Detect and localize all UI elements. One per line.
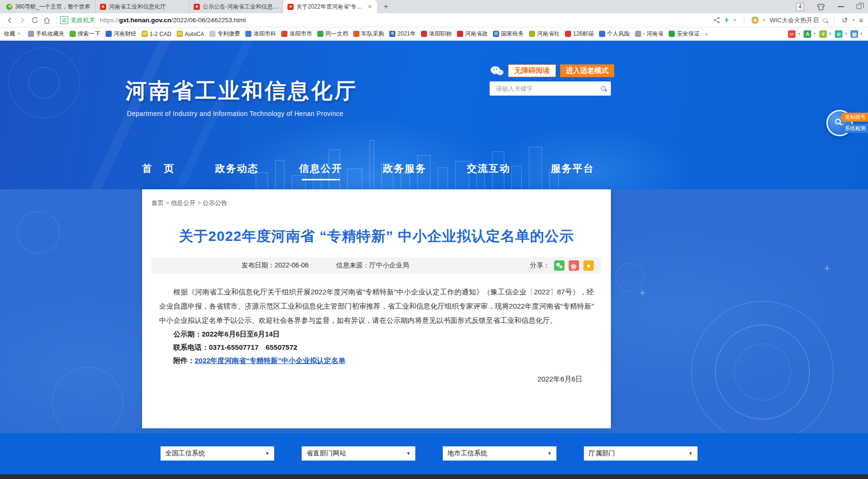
breadcrumb-link[interactable]: 首页	[152, 199, 171, 206]
share-label: 分享：	[530, 261, 550, 270]
omnibox-search-hint[interactable]: WIC大会火热开启	[770, 16, 818, 25]
reload-icon[interactable]	[28, 14, 41, 27]
window-controls: 4	[796, 3, 868, 11]
minimize-button[interactable]	[838, 6, 844, 7]
wechat-icon[interactable]	[490, 65, 504, 77]
site-logo-title: 河南省工业和信息化厅	[125, 77, 358, 105]
footer-select[interactable]: 全国工信系统 ▼	[161, 446, 274, 461]
forward-icon[interactable]	[16, 14, 28, 27]
bookmark-item[interactable]: 洛阳职称	[421, 30, 452, 38]
bookmark-item[interactable]: - 河南省	[635, 30, 663, 38]
extension-icon[interactable]: ▦	[850, 30, 858, 38]
breadcrumb-link[interactable]: 公示公告	[203, 199, 227, 206]
extension-icon[interactable]: ✂	[788, 30, 796, 38]
bookmark-item[interactable]: 河南省政	[457, 30, 488, 38]
attachment-label: 附件：	[173, 356, 195, 364]
nav-item[interactable]: 交流互动	[467, 162, 510, 182]
bookmark-item[interactable]: 126邮箱	[565, 30, 594, 38]
search-engine-360-icon[interactable]	[752, 17, 759, 24]
bookmark-item[interactable]: W 1-2 CAD	[142, 31, 171, 37]
extension-item[interactable]: ⊞ ▼	[835, 30, 848, 38]
attachment-link[interactable]: 2022年度河南省“专精特新”中小企业拟认定名单	[195, 356, 345, 364]
bookmark-item[interactable]: 专利缴费	[209, 30, 240, 38]
restore-button[interactable]	[857, 4, 861, 9]
extension-item[interactable]: A ▼	[804, 30, 816, 38]
share-bar: 分享： ★	[530, 260, 594, 271]
theme-shirt-icon[interactable]	[817, 3, 825, 10]
article-meta-bar: 发布日期：2022-06-06 信息来源：厅中小企业局 分享： ★	[152, 257, 601, 274]
site-search-input[interactable]	[495, 85, 597, 93]
tab-strip: 360导航_一个主页，整个世界 × 河南省工业和信息化厅 × 公示公告-河南省工…	[0, 0, 377, 13]
bookmark-favicon	[421, 31, 427, 37]
bookmark-item[interactable]: 洛阳市科	[245, 30, 276, 38]
nav-item[interactable]: 政务动态	[215, 162, 259, 182]
bookmark-item[interactable]: 军队采购	[353, 30, 384, 38]
extension-item[interactable]: ✂ ▼	[788, 30, 801, 38]
url-field[interactable]: https://gxt.henan.gov.cn/2022/06-06/2462…	[100, 17, 713, 24]
bookmark-item[interactable]: 搜索一下	[70, 30, 100, 38]
article-paragraph: 根据《河南省工业和信息化厅关于组织开展2022年度河南省“专精特新”中小企业认定…	[159, 285, 594, 328]
back-icon[interactable]	[4, 14, 16, 27]
bookmark-item[interactable]: W AutoCA	[177, 31, 204, 37]
bookmark-item[interactable]: 河南财经	[106, 30, 136, 38]
bookmark-favicon	[245, 31, 251, 37]
bookmark-item[interactable]: 税 国家税务	[493, 30, 524, 38]
nav-item[interactable]: 信息公开	[299, 162, 342, 182]
site-favicon	[287, 4, 294, 10]
share-icon[interactable]	[713, 17, 720, 24]
chevron-down-icon: ▼	[797, 32, 801, 36]
undo-icon[interactable]: ↺	[842, 16, 848, 25]
bookmark-item[interactable]: 个人风险	[599, 30, 630, 38]
search-icon[interactable]	[601, 86, 606, 91]
share-weibo-icon[interactable]	[569, 260, 579, 271]
copy-tax-number-button[interactable]: 复制税号	[841, 113, 868, 122]
speed-lightning-icon[interactable]	[724, 17, 729, 24]
share-wechat-icon[interactable]	[554, 260, 564, 271]
site-search-box	[490, 81, 611, 96]
chevron-down-icon[interactable]: ▼	[851, 18, 855, 22]
browser-tab[interactable]: 关于2022年度河南省“专精特新” ×	[283, 0, 377, 13]
chevron-down-icon: ▼	[17, 32, 21, 36]
home-icon[interactable]	[41, 14, 53, 27]
tab-title: 公示公告-河南省工业和信息化厅	[203, 3, 278, 11]
extension-icon[interactable]: ¥	[819, 30, 827, 38]
bookmark-item[interactable]: 手机收藏夹	[28, 30, 64, 38]
extension-icon[interactable]: ⊞	[835, 30, 842, 38]
nav-item[interactable]: 首 页	[142, 162, 175, 182]
system-check-button[interactable]: 系统检测	[841, 124, 868, 133]
footer-select[interactable]: 省直部门网站 ▼	[302, 446, 415, 461]
extension-item[interactable]: ▦ ▼	[850, 30, 863, 38]
bookmarks-overflow-icon[interactable]: »	[705, 31, 708, 37]
attachment-line: 附件：2022年度河南省“专精特新”中小企业拟认定名单	[159, 354, 594, 367]
site-cert-badge[interactable]: 证	[60, 16, 68, 24]
bookmark-item[interactable]: 安全保证	[669, 30, 699, 38]
bookmark-item[interactable]: 考 2021年	[389, 30, 416, 38]
accessibility-reading-button[interactable]: 无障碍阅读	[508, 64, 556, 77]
footer-select[interactable]: 地市工信系统 ▼	[443, 446, 556, 461]
bookmark-item[interactable]: 同一文档	[317, 30, 348, 38]
share-qzone-icon[interactable]: ★	[583, 260, 594, 271]
new-tab-button[interactable]: +	[377, 2, 395, 11]
bookmark-item[interactable]: 河南省社	[529, 30, 560, 38]
menu-icon[interactable]: ≡	[859, 16, 863, 24]
extension-item[interactable]: ¥ ▼	[819, 30, 832, 38]
nav-item[interactable]: 服务平台	[551, 162, 594, 182]
favorites-menu[interactable]: 收藏▼	[4, 30, 21, 38]
tab-title: 关于2022年度河南省“专精特新”	[296, 3, 364, 11]
bookmark-item[interactable]: 洛阳市市	[281, 30, 312, 38]
tab-count-badge[interactable]: 4	[796, 3, 804, 11]
chevron-down-icon[interactable]: ▼	[733, 18, 737, 22]
elder-mode-button[interactable]: 进入适老模式	[560, 64, 614, 77]
breadcrumb-link[interactable]: 信息公开	[171, 199, 203, 206]
tab-close-icon[interactable]: ×	[367, 3, 373, 10]
browser-tab[interactable]: 河南省工业和信息化厅 ×	[96, 0, 189, 13]
extension-icon[interactable]: A	[804, 30, 811, 38]
nav-item[interactable]: 政务服务	[383, 162, 427, 182]
chevron-down-icon[interactable]: ▼	[762, 18, 766, 22]
footer-select[interactable]: 厅属部门 ▼	[584, 446, 698, 461]
browser-tab[interactable]: 360导航_一个主页，整个世界 ×	[2, 0, 96, 13]
site-footer: 全国工信系统 ▼ 省直部门网站 ▼ 地市工信系统 ▼ 厅属部门	[0, 433, 868, 474]
search-icon[interactable]	[823, 18, 827, 23]
bookmark-favicon	[599, 31, 605, 37]
browser-tab[interactable]: 公示公告-河南省工业和信息化厅 ×	[189, 0, 283, 13]
